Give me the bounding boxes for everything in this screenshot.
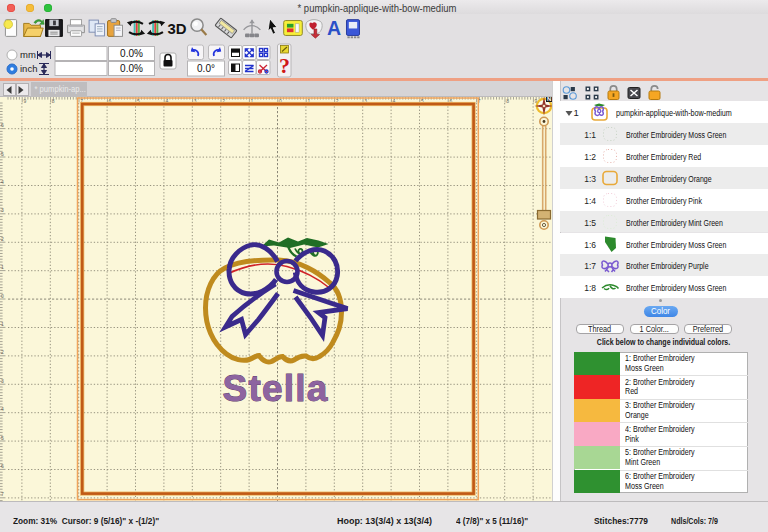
svg-text:3D: 3D xyxy=(167,21,186,37)
svg-text:8: 8 xyxy=(52,98,55,104)
svg-text:4: 4 xyxy=(1,406,4,412)
svg-text:Stella: Stella xyxy=(223,368,329,409)
svg-text:1: 1 xyxy=(1,321,4,327)
svg-text:?: ? xyxy=(279,53,290,78)
svg-text:5: 5 xyxy=(1,435,4,441)
svg-text:6: 6 xyxy=(1,463,4,469)
svg-text:8: 8 xyxy=(506,98,509,104)
svg-text:0: 0 xyxy=(1,293,4,299)
svg-text:mm: mm xyxy=(20,49,36,60)
svg-text:3: 3 xyxy=(1,207,4,213)
svg-text:6: 6 xyxy=(1,122,4,128)
svg-text:0.0%: 0.0% xyxy=(120,63,143,74)
svg-text:inch: inch xyxy=(20,63,37,74)
svg-text:2: 2 xyxy=(1,349,4,355)
svg-text:9: 9 xyxy=(23,98,26,104)
svg-text:3: 3 xyxy=(1,378,4,384)
svg-text:4: 4 xyxy=(1,179,4,185)
svg-text:A: A xyxy=(327,17,341,39)
svg-text:5: 5 xyxy=(1,151,4,157)
svg-text:N: N xyxy=(547,97,551,102)
svg-text:0.0%: 0.0% xyxy=(120,48,143,59)
svg-text:2: 2 xyxy=(1,236,4,242)
svg-text:7: 7 xyxy=(1,491,4,497)
svg-text:0.0°: 0.0° xyxy=(197,63,215,74)
svg-text:1: 1 xyxy=(1,264,4,270)
